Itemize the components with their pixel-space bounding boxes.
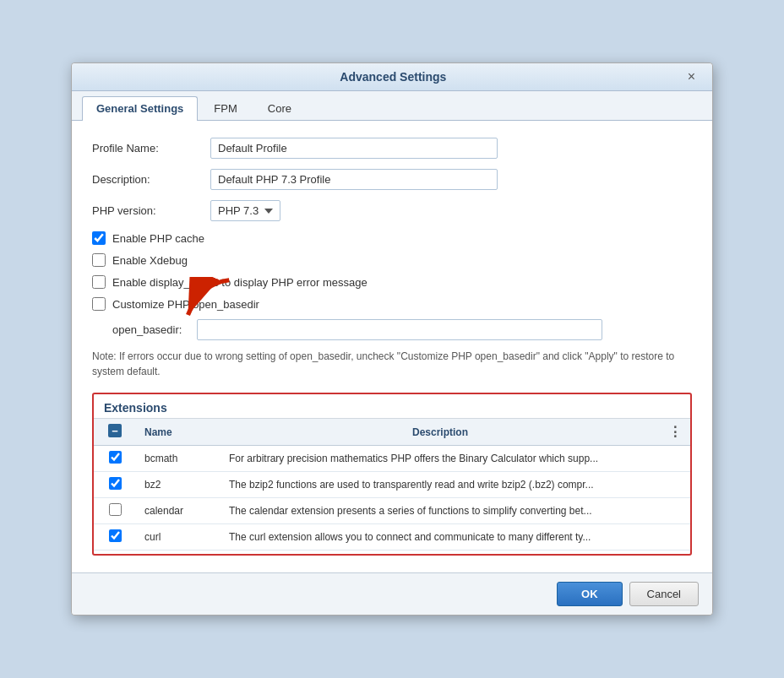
ok-button[interactable]: OK	[557, 582, 623, 606]
customize-open-basedir-label[interactable]: Customize PHP open_basedir	[112, 298, 259, 311]
php-version-row: PHP version: PHP 7.3 PHP 7.2 PHP 7.1 PHP…	[92, 200, 692, 221]
header-description: Description	[220, 419, 660, 446]
profile-name-label: Profile Name:	[92, 142, 210, 155]
profile-name-input[interactable]	[210, 138, 498, 159]
table-row: curlThe curl extension allows you to con…	[94, 524, 690, 551]
content-area: Profile Name: Description: PHP version: …	[72, 121, 712, 572]
extensions-table-body: bcmathFor arbitrary precision mathematic…	[94, 446, 690, 555]
ext-description: The bzip2 functions are used to transpar…	[220, 472, 660, 498]
ext-name: dl	[136, 551, 220, 555]
header-name: Name	[136, 419, 220, 446]
php-version-select-wrapper: PHP 7.3 PHP 7.2 PHP 7.1 PHP 7.0	[210, 200, 498, 221]
ext-row-menu	[660, 446, 690, 472]
ext-name: curl	[136, 524, 220, 551]
dialog-header: Advanced Settings ×	[72, 63, 712, 91]
ext-description: For arbitrary precision mathematics PHP …	[220, 446, 660, 472]
dialog-title: Advanced Settings	[102, 70, 684, 84]
enable-display-errors-label[interactable]: Enable display_errors to display PHP err…	[112, 276, 368, 289]
dialog-footer: OK Cancel	[72, 572, 712, 615]
tab-bar: General Settings FPM Core	[72, 91, 712, 121]
ext-description: The calendar extension presents a series…	[220, 498, 660, 524]
enable-php-cache-label[interactable]: Enable PHP cache	[112, 232, 204, 245]
table-row: bz2The bzip2 functions are used to trans…	[94, 472, 690, 498]
header-menu[interactable]: ⋮	[660, 419, 690, 446]
ext-checkbox-cell	[94, 472, 136, 498]
enable-php-cache-checkbox[interactable]	[92, 231, 106, 245]
open-basedir-input[interactable]	[197, 319, 602, 340]
description-input[interactable]	[210, 169, 498, 190]
profile-name-row: Profile Name:	[92, 138, 692, 159]
ext-checkbox-curl[interactable]	[109, 529, 122, 542]
enable-xdebug-label[interactable]: Enable Xdebug	[112, 254, 188, 267]
extensions-section: Extensions Name Description ⋮	[92, 393, 692, 556]
advanced-settings-dialog: Advanced Settings × General Settings FPM…	[71, 62, 713, 616]
enable-display-errors-checkbox[interactable]	[92, 275, 106, 289]
enable-php-cache-row: Enable PHP cache	[92, 231, 692, 245]
ext-row-menu	[660, 498, 690, 524]
ext-checkbox-cell	[94, 551, 136, 555]
tab-fpm[interactable]: FPM	[199, 96, 251, 120]
tab-general-settings[interactable]: General Settings	[82, 96, 198, 121]
open-basedir-label: open_basedir:	[112, 323, 197, 336]
php-version-select[interactable]: PHP 7.3 PHP 7.2 PHP 7.1 PHP 7.0	[210, 200, 280, 221]
enable-display-errors-row: Enable display_errors to display PHP err…	[92, 275, 692, 289]
ext-name: bz2	[136, 472, 220, 498]
table-row: dlThese functions build the foundation f…	[94, 551, 690, 555]
ext-checkbox-cell	[94, 498, 136, 524]
ext-checkbox-calendar[interactable]	[109, 503, 122, 516]
enable-xdebug-checkbox[interactable]	[92, 253, 106, 267]
extensions-table: Name Description ⋮ bcmathFor arbitrary p…	[94, 419, 690, 554]
php-version-label: PHP version:	[92, 204, 210, 217]
ext-checkbox-bcmath[interactable]	[109, 451, 122, 464]
table-row: bcmathFor arbitrary precision mathematic…	[94, 446, 690, 472]
ext-row-menu	[660, 524, 690, 551]
ext-description: The curl extension allows you to connect…	[220, 524, 660, 551]
enable-xdebug-row: Enable Xdebug	[92, 253, 692, 267]
cancel-button[interactable]: Cancel	[629, 582, 699, 606]
extensions-table-header: Name Description ⋮	[94, 419, 690, 446]
open-basedir-row: open_basedir:	[112, 319, 692, 340]
ext-checkbox-cell	[94, 524, 136, 551]
table-row: calendarThe calendar extension presents …	[94, 498, 690, 524]
column-menu-icon[interactable]: ⋮	[668, 426, 682, 439]
extensions-title: Extensions	[94, 394, 690, 419]
ext-checkbox-bz2[interactable]	[109, 477, 122, 490]
ext-row-menu	[660, 551, 690, 555]
deselect-all-icon[interactable]	[108, 424, 122, 437]
description-label: Description:	[92, 173, 210, 186]
description-row: Description:	[92, 169, 692, 190]
tab-core[interactable]: Core	[253, 96, 306, 120]
ext-row-menu	[660, 472, 690, 498]
customize-open-basedir-checkbox[interactable]	[92, 297, 106, 311]
header-check-all[interactable]	[94, 419, 136, 446]
customize-open-basedir-row: Customize PHP open_basedir	[92, 297, 692, 311]
note-text: Note: If errors occur due to wrong setti…	[92, 349, 692, 379]
ext-checkbox-cell	[94, 446, 136, 472]
ext-description: These functions build the foundation for…	[220, 551, 660, 555]
close-button[interactable]: ×	[684, 70, 699, 84]
ext-name: bcmath	[136, 446, 220, 472]
extensions-table-scroll[interactable]: Name Description ⋮ bcmathFor arbitrary p…	[94, 419, 690, 554]
ext-name: calendar	[136, 498, 220, 524]
